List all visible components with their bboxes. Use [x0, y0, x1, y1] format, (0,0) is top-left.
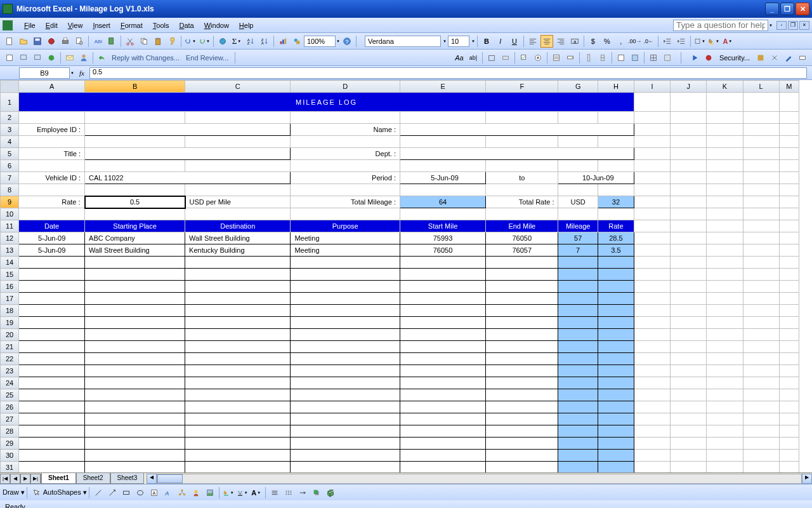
cell-empty[interactable] — [85, 305, 185, 317]
3d-icon[interactable] — [324, 486, 337, 499]
mdi-minimize-button[interactable]: - — [776, 21, 787, 30]
hyperlink-icon[interactable] — [216, 35, 229, 48]
cut-icon[interactable] — [124, 35, 136, 48]
cell-empty[interactable] — [185, 365, 291, 377]
row-header-27[interactable]: 27 — [1, 413, 19, 425]
row-header-16[interactable]: 16 — [1, 281, 19, 293]
cell-empty[interactable] — [291, 450, 400, 462]
col-header-G[interactable]: G — [558, 81, 598, 93]
line-color-icon[interactable]: ▼ — [236, 486, 249, 499]
row-header-23[interactable]: 23 — [1, 365, 19, 377]
row-header-13[interactable]: 13 — [1, 244, 19, 257]
cell-date[interactable]: 5-Jun-09 — [19, 232, 85, 244]
employee-id-input[interactable] — [85, 124, 291, 136]
col-header-A[interactable]: A — [19, 81, 85, 93]
insert-picture-icon[interactable] — [204, 486, 216, 499]
period-end-input[interactable]: 10-Jun-09 — [558, 172, 634, 184]
vba-icon[interactable] — [754, 51, 767, 64]
tb2-icon-4[interactable] — [45, 51, 58, 64]
cell-empty[interactable] — [400, 317, 485, 329]
cell-empty[interactable] — [185, 317, 291, 329]
cell-empty[interactable] — [486, 462, 558, 473]
toggle-grid-icon[interactable] — [647, 51, 660, 64]
wordart-icon[interactable]: A — [162, 486, 174, 499]
cell-empty[interactable] — [19, 269, 85, 281]
align-center-icon[interactable] — [540, 35, 553, 48]
cell-empty[interactable] — [85, 425, 185, 438]
cell-empty[interactable] — [400, 462, 485, 473]
undo-icon[interactable]: ▼ — [184, 35, 197, 48]
rectangle-icon[interactable] — [120, 486, 133, 499]
dept-input[interactable] — [400, 148, 634, 160]
cell-empty[interactable] — [185, 293, 291, 305]
comma-icon[interactable]: , — [615, 35, 627, 48]
cell-empty[interactable] — [85, 329, 185, 341]
font-name-select[interactable] — [365, 36, 441, 47]
worksheet[interactable]: ABCDEFGHIJKLM1MILEAGE LOG23Employee ID :… — [0, 80, 812, 472]
row-header-2[interactable]: 2 — [1, 112, 19, 124]
cell-empty[interactable] — [291, 329, 400, 341]
cell-empty[interactable] — [19, 257, 85, 269]
cell-empty[interactable] — [486, 365, 558, 377]
row-header-29[interactable]: 29 — [1, 438, 19, 450]
row-header-17[interactable]: 17 — [1, 293, 19, 305]
col-header-K[interactable]: K — [707, 81, 743, 93]
sort-desc-icon[interactable]: ZA — [258, 35, 271, 48]
cell-empty[interactable] — [291, 317, 400, 329]
shadow-icon[interactable] — [310, 486, 323, 499]
row-header-21[interactable]: 21 — [1, 341, 19, 353]
cell-empty[interactable] — [185, 377, 291, 389]
borders-icon[interactable]: ▼ — [693, 35, 706, 48]
cell-empty[interactable] — [291, 293, 400, 305]
menu-format[interactable]: Format — [115, 20, 148, 31]
cell-emile[interactable]: 76050 — [486, 232, 558, 244]
col-header-M[interactable]: M — [779, 81, 799, 93]
spinner-control-icon[interactable] — [596, 51, 609, 64]
cell-empty[interactable] — [185, 450, 291, 462]
cell-empty[interactable] — [400, 281, 485, 293]
cell-empty[interactable] — [400, 341, 485, 353]
cell-empty[interactable] — [400, 413, 485, 425]
tab-nav-last-icon[interactable]: ▶| — [30, 474, 41, 484]
percent-icon[interactable]: % — [601, 35, 613, 48]
drawing-icon[interactable] — [291, 35, 303, 48]
help-dropdown-icon[interactable]: ▼ — [769, 23, 773, 27]
italic-icon[interactable]: I — [494, 35, 507, 48]
cell-empty[interactable] — [486, 450, 558, 462]
row-header-5[interactable]: 5 — [1, 148, 19, 160]
fill-color-draw-icon[interactable]: ▼ — [222, 486, 235, 499]
cell-empty[interactable] — [19, 329, 85, 341]
cell-empty[interactable] — [400, 269, 485, 281]
cell-empty[interactable] — [85, 365, 185, 377]
row-header-26[interactable]: 26 — [1, 401, 19, 413]
cell-smile[interactable]: 76050 — [400, 244, 485, 257]
cell-empty[interactable] — [185, 353, 291, 365]
cell-empty[interactable] — [85, 377, 185, 389]
cell-empty[interactable] — [486, 257, 558, 269]
minimize-button[interactable]: _ — [765, 3, 779, 15]
cell-empty[interactable] — [85, 389, 185, 401]
design-mode-icon[interactable] — [782, 51, 795, 64]
font-color-draw-icon[interactable]: A▼ — [250, 486, 263, 499]
cell-empty[interactable] — [400, 401, 485, 413]
cell-empty[interactable] — [486, 317, 558, 329]
dash-style-icon[interactable] — [282, 486, 295, 499]
cell-empty[interactable] — [19, 281, 85, 293]
menu-help[interactable]: Help — [234, 20, 259, 31]
help-icon[interactable]: ? — [341, 35, 353, 48]
period-start-input[interactable]: 5-Jun-09 — [400, 172, 485, 184]
title-input[interactable] — [85, 148, 291, 160]
menu-edit[interactable]: Edit — [41, 20, 63, 31]
mdi-restore-button[interactable]: ❐ — [788, 21, 798, 30]
menu-tools[interactable]: Tools — [148, 20, 174, 31]
hscroll-track[interactable] — [157, 474, 802, 484]
research-icon[interactable] — [105, 35, 118, 48]
align-right-icon[interactable] — [554, 35, 567, 48]
cell-empty[interactable] — [291, 438, 400, 450]
cell-empty[interactable] — [486, 329, 558, 341]
cell-empty[interactable] — [185, 413, 291, 425]
menu-data[interactable]: Data — [174, 20, 199, 31]
clipart-icon[interactable] — [190, 486, 202, 499]
cell-empty[interactable] — [486, 305, 558, 317]
spellcheck-icon[interactable]: ABC — [91, 35, 104, 48]
